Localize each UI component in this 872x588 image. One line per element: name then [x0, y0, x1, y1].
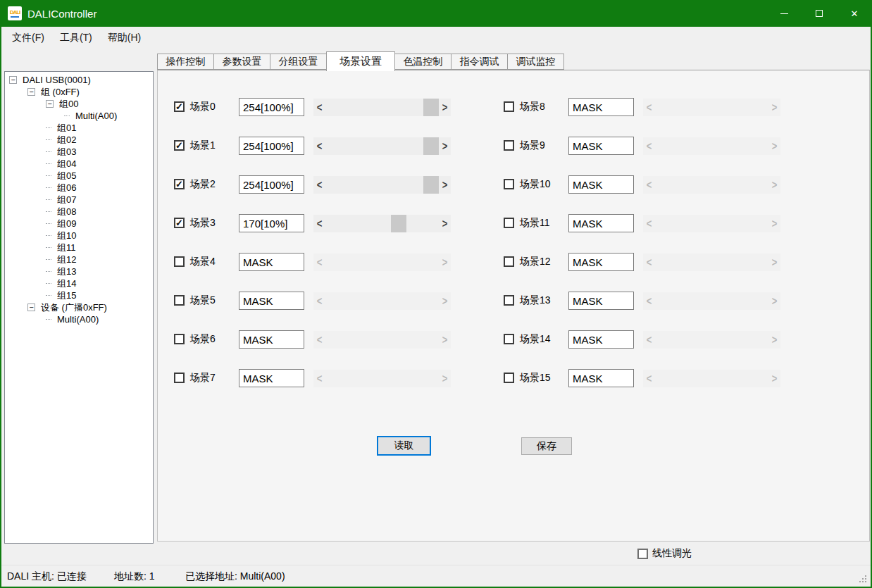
scrollbar-track [655, 292, 768, 310]
minimize-button[interactable] [766, 0, 802, 27]
tree-item[interactable]: 组08 [5, 206, 153, 218]
scene-value-input[interactable] [568, 214, 634, 232]
scene-value-input[interactable] [239, 292, 304, 310]
tree-item[interactable]: −DALI USB(0001) [5, 74, 153, 86]
tree-item[interactable]: Multi(A00) [5, 313, 153, 325]
scene-value-input[interactable] [239, 175, 304, 194]
scrollbar-thumb[interactable] [423, 99, 439, 116]
save-button[interactable]: 保存 [521, 437, 572, 455]
tab-operation-control[interactable]: 操作控制 [157, 54, 214, 70]
scrollbar-thumb[interactable] [423, 176, 439, 194]
tab-command-debug[interactable]: 指令调试 [451, 54, 508, 70]
tree-item[interactable]: 组15 [5, 289, 153, 301]
scene-value-input[interactable] [568, 253, 634, 271]
scene-value-input[interactable] [239, 369, 304, 387]
tree-collapse-icon[interactable]: − [46, 100, 54, 108]
scene-level-scrollbar[interactable]: < > [313, 215, 451, 232]
scene-value-input[interactable] [239, 330, 304, 349]
scene-level-scrollbar[interactable]: < > [313, 137, 451, 155]
tree-item[interactable]: 组10 [5, 230, 153, 242]
tree-item[interactable]: 组04 [5, 158, 153, 170]
scene-level-scrollbar[interactable]: < > [313, 176, 451, 194]
scrollbar-thumb[interactable] [423, 137, 439, 155]
scene-enable-checkbox[interactable] [174, 256, 185, 267]
tab-debug-monitor[interactable]: 调试监控 [507, 54, 564, 70]
close-button[interactable]: ✕ [837, 0, 872, 27]
scene-enable-checkbox[interactable] [174, 295, 185, 306]
scene-value-input[interactable] [239, 98, 304, 116]
tree-item-label: 组03 [54, 146, 76, 158]
tree-item[interactable]: 组01 [5, 122, 153, 134]
scene-enable-checkbox[interactable] [504, 295, 514, 306]
scrollbar-track[interactable] [325, 215, 439, 232]
menu-item-help[interactable]: 帮助(H) [100, 28, 149, 48]
tree-item[interactable]: −组00 [5, 98, 153, 110]
scene-value-input[interactable] [568, 292, 634, 310]
scrollbar-thumb[interactable] [391, 215, 406, 232]
scroll-right-icon[interactable]: > [439, 135, 451, 157]
tree-collapse-icon[interactable]: − [27, 304, 35, 311]
scene-value-input[interactable] [568, 369, 634, 387]
scene-enable-checkbox[interactable] [504, 218, 514, 228]
scene-enable-checkbox[interactable] [504, 373, 514, 383]
tree-item[interactable]: 组11 [5, 242, 153, 254]
scrollbar-track[interactable] [325, 176, 439, 194]
menu-item-tools[interactable]: 工具(T) [52, 28, 100, 48]
scene-value-input[interactable] [239, 137, 304, 155]
tree-item[interactable]: 组13 [5, 265, 153, 277]
scene-value-input[interactable] [568, 137, 634, 155]
tree-collapse-icon[interactable]: − [9, 76, 17, 84]
scroll-left-icon: < [313, 329, 325, 351]
maximize-button[interactable] [802, 0, 837, 27]
tab-group-settings[interactable]: 分组设置 [270, 54, 327, 70]
tree-item[interactable]: 组12 [5, 254, 153, 265]
scrollbar-track[interactable] [325, 99, 439, 116]
tree-item[interactable]: 组06 [5, 182, 153, 194]
tree-item[interactable]: Multi(A00) [5, 110, 153, 122]
scene-value-input[interactable] [568, 330, 634, 349]
read-button[interactable]: 读取 [377, 436, 431, 456]
scene-enable-checkbox[interactable] [504, 256, 514, 267]
tree-item[interactable]: 组03 [5, 146, 153, 158]
scene-enable-checkbox[interactable] [174, 334, 185, 344]
tree-collapse-icon[interactable]: − [27, 88, 35, 96]
scene-label: 场景12 [520, 256, 551, 268]
scene-enable-checkbox[interactable]: ✓ [174, 218, 185, 228]
scene-enable-checkbox[interactable] [504, 101, 514, 112]
scroll-left-icon[interactable]: < [313, 213, 325, 234]
tab-color-temp-control[interactable]: 色温控制 [394, 54, 451, 70]
scroll-left-icon[interactable]: < [313, 135, 325, 157]
tab-scene-settings[interactable]: 场景设置 [326, 51, 395, 71]
tree-item[interactable]: 组09 [5, 218, 153, 230]
scene-value-input[interactable] [568, 98, 634, 116]
scene-enable-checkbox[interactable] [504, 334, 514, 344]
scene-value-input[interactable] [239, 214, 304, 232]
menu-item-file[interactable]: 文件(F) [4, 28, 52, 48]
scene-value-input[interactable] [568, 175, 634, 194]
scene-enable-checkbox[interactable]: ✓ [174, 179, 185, 189]
scene-level-scrollbar[interactable]: < > [313, 99, 451, 116]
scene-enable-checkbox[interactable]: ✓ [174, 140, 185, 151]
scene-enable-checkbox[interactable] [504, 140, 514, 151]
scroll-right-icon[interactable]: > [439, 96, 451, 118]
scrollbar-track[interactable] [325, 137, 439, 155]
tree-item[interactable]: 组02 [5, 134, 153, 146]
resize-grip-icon[interactable] [859, 575, 861, 577]
scene-enable-checkbox[interactable]: ✓ [174, 101, 185, 112]
linear-dimming-checkbox[interactable] [637, 549, 648, 559]
tree-item[interactable]: 组07 [5, 194, 153, 206]
tab-param-settings[interactable]: 参数设置 [213, 54, 270, 70]
scene-value-input[interactable] [239, 253, 304, 271]
scroll-left-icon[interactable]: < [313, 174, 325, 196]
scroll-right-icon[interactable]: > [439, 213, 451, 234]
tree-item[interactable]: 组05 [5, 170, 153, 182]
tree-item[interactable]: −组 (0xFF) [5, 86, 153, 98]
tree-item[interactable]: −设备 (广播0xFF) [5, 301, 153, 313]
device-tree[interactable]: −DALI USB(0001)−组 (0xFF)−组00Multi(A00)组0… [4, 71, 154, 544]
scroll-right-icon[interactable]: > [439, 174, 451, 196]
scroll-left-icon[interactable]: < [313, 96, 325, 118]
scene-enable-checkbox[interactable] [174, 373, 185, 383]
scroll-right-icon: > [768, 213, 780, 234]
tree-item[interactable]: 组14 [5, 277, 153, 289]
scene-enable-checkbox[interactable] [504, 179, 514, 189]
